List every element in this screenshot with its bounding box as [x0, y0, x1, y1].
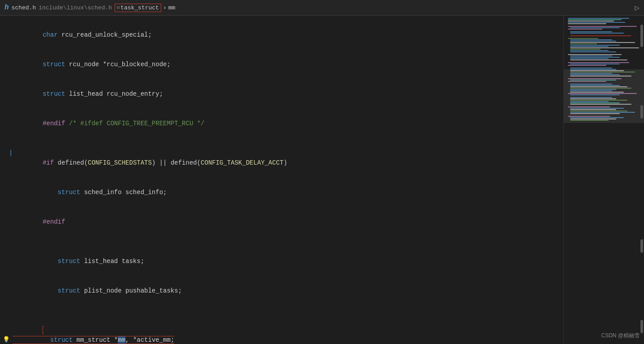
main-layout: char rcu_read_unlock_special; struct rcu… — [0, 16, 644, 344]
run-icon[interactable]: ▷ — [635, 3, 640, 13]
watermark: CSDN @精融雪 — [601, 332, 640, 340]
code-line: struct rcu_node *rcu_blocked_node; — [0, 50, 563, 79]
code-line: struct list_head rcu_node_entry; — [0, 79, 563, 109]
code-line — [0, 138, 563, 148]
minimap-content — [564, 16, 644, 344]
line-content: struct plist_node pushable_tasks; — [13, 276, 554, 306]
code-line — [0, 237, 563, 246]
code-line: #endif /* #ifdef CONFIG_TREE_PREEMPT_RCU… — [0, 109, 563, 138]
line-content — [13, 237, 554, 246]
minimap-scrollbar-thumb-4[interactable] — [640, 320, 643, 333]
minimap[interactable] — [563, 16, 644, 344]
if-indicator: | — [9, 148, 13, 158]
code-area[interactable]: char rcu_read_unlock_special; struct rcu… — [0, 16, 563, 344]
breadcrumb-mm-label: mm — [168, 4, 176, 11]
line-content: struct list_head rcu_node_entry; — [13, 79, 554, 109]
code-line — [0, 306, 563, 315]
code-line: struct plist_node pushable_tasks; — [0, 276, 563, 306]
minimap-scrollbar-thumb-3[interactable] — [640, 239, 643, 253]
file-type-icon: h — [4, 4, 9, 12]
bulb-icon: 💡 — [3, 335, 10, 344]
breadcrumb-box-icon: ⊟ — [117, 5, 120, 10]
filename-label: sched.h — [12, 4, 36, 11]
line-content — [13, 138, 554, 148]
minimap-scrollbar-thumb[interactable] — [640, 25, 643, 47]
line-content: #if defined(CONFIG_SCHEDSTATS) || define… — [13, 148, 554, 178]
line-content: #endif /* #ifdef CONFIG_TREE_PREEMPT_RCU… — [13, 109, 554, 138]
line-content: struct mm_struct *mm, *active_mm; — [13, 315, 554, 344]
line-content: char rcu_read_unlock_special; — [13, 20, 554, 50]
breadcrumb-task-struct-label: task_struct — [120, 4, 159, 11]
line-content: struct sched_info sched_info; — [13, 178, 554, 207]
code-line: char rcu_read_unlock_special; — [0, 20, 563, 50]
highlighted-code-line: 💡 struct mm_struct *mm, *active_mm; — [0, 315, 563, 344]
minimap-viewport-highlight — [564, 69, 644, 123]
breadcrumb: ⊟ task_struct › mm — [115, 4, 175, 12]
file-path-label: include\linux\sched.h — [39, 4, 112, 11]
code-line: | #if defined(CONFIG_SCHEDSTATS) || defi… — [0, 148, 563, 178]
line-content: #endif — [13, 207, 554, 237]
line-content: struct list_head tasks; — [13, 246, 554, 276]
highlight-box: struct mm_struct *mm, *active_mm; — [13, 326, 174, 344]
minimap-scrollbar[interactable] — [640, 16, 643, 344]
code-line: struct sched_info sched_info; — [0, 178, 563, 207]
code-line: #endif — [0, 207, 563, 237]
breadcrumb-task-struct[interactable]: ⊟ task_struct — [115, 4, 161, 12]
line-content — [13, 306, 554, 315]
breadcrumb-arrow: › — [163, 4, 167, 11]
line-content: struct rcu_node *rcu_blocked_node; — [13, 50, 554, 79]
minimap-scrollbar-thumb-2[interactable] — [640, 105, 643, 119]
top-bar: h sched.h include\linux\sched.h ⊟ task_s… — [0, 0, 644, 16]
code-line: struct list_head tasks; — [0, 246, 563, 276]
